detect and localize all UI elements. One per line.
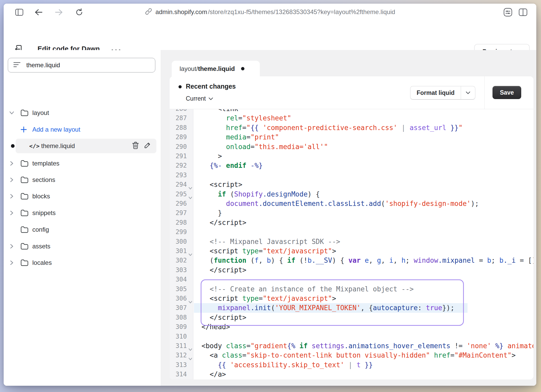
forward-icon[interactable]: [54, 8, 64, 17]
sidebar-item-add-new-layout[interactable]: Add a new layout: [7, 122, 156, 137]
code-line-292[interactable]: {%- endif -%}: [193, 161, 263, 170]
line-number: 313: [170, 360, 193, 370]
code-token: =: [250, 143, 255, 151]
browser-window: admin.shopify.com/store/rzq1xu-f5/themes…: [4, 4, 536, 386]
code-line-289[interactable]: media="print": [193, 132, 279, 142]
code-token: rel: [226, 114, 238, 122]
code-line-294[interactable]: <script>: [193, 180, 242, 189]
format-options-dropdown[interactable]: [461, 86, 475, 99]
chevron-right-icon[interactable]: [7, 260, 17, 266]
line-number-text: 301: [176, 247, 187, 255]
code-line-286[interactable]: <link: [193, 109, 238, 114]
sidebar-toggle-icon[interactable]: [15, 8, 24, 17]
save-section: Save: [484, 76, 533, 109]
code-token: 'shopify-design-mode': [385, 200, 471, 207]
code-token: .designMode: [263, 190, 308, 198]
chevron-right-icon: [9, 177, 14, 183]
code-line-305[interactable]: <!-- Create an instance of the Mixpanel …: [193, 284, 414, 294]
extensions-icon[interactable]: [503, 8, 513, 17]
code-token: <script: [193, 295, 242, 302]
sidebar-item-locales[interactable]: locales: [7, 255, 156, 270]
code-line-298[interactable]: </script>: [193, 218, 247, 228]
code-token: ) {: [332, 256, 348, 264]
line-number-text: 304: [176, 276, 187, 283]
code-token: ) {: [271, 256, 287, 264]
code-token: true: [426, 304, 442, 312]
chevron-right-icon[interactable]: [7, 243, 17, 249]
chevron-down-icon[interactable]: [7, 111, 17, 115]
code-line-291[interactable]: >: [193, 151, 222, 161]
folder-icon: [20, 243, 29, 250]
sidebar-item-snippets[interactable]: snippets: [7, 206, 156, 220]
line-number-text: 295: [176, 191, 187, 198]
code-line-287[interactable]: rel="stylesheet": [193, 113, 291, 123]
sidebar-item-config[interactable]: config: [7, 222, 156, 237]
version-dropdown[interactable]: Current: [186, 95, 213, 102]
code-token: <!-- Mixpanel Javascript SDK -->: [193, 238, 340, 246]
chevron-right-icon[interactable]: [7, 210, 17, 216]
tab-theme-liquid[interactable]: layout/theme.liquid: [172, 61, 260, 77]
code-token: var: [348, 256, 361, 264]
code-token: =: [259, 247, 263, 255]
folder-icon: [20, 176, 29, 183]
code-line-300[interactable]: <!-- Mixpanel Javascript SDK -->: [193, 237, 340, 247]
code-token: [361, 256, 365, 264]
code-line-313[interactable]: {{ 'accessibility.skip_to_text' | t }}: [193, 360, 373, 370]
chevron-right-icon[interactable]: [7, 177, 17, 183]
sidebar-item-theme-liquid[interactable]: </>theme.liquid: [16, 139, 156, 153]
file-sidebar: theme.liquid layoutAdd a new layout</>th…: [4, 50, 161, 386]
code-token: b: [499, 256, 503, 264]
code-token: .mixpanel: [438, 256, 475, 264]
code-line-302[interactable]: (function (f, b) { if (!b.__SV) { var e,…: [193, 256, 533, 265]
code-line-314[interactable]: </a>: [193, 370, 226, 379]
code-token: [193, 133, 226, 141]
reload-icon[interactable]: [75, 8, 84, 17]
back-icon[interactable]: [34, 8, 43, 17]
trash-icon[interactable]: [132, 142, 139, 150]
code-editor[interactable]: 2862872882892902912922932942952962972982…: [170, 109, 533, 379]
code-token: .animations_hover_elements: [344, 342, 450, 350]
line-number: 304: [170, 275, 193, 284]
unsaved-file-dot: [11, 144, 15, 148]
code-token: }: [193, 209, 222, 217]
code-line-295[interactable]: if (Shopify.designMode) {: [193, 189, 320, 199]
chevron-right-icon: [9, 260, 14, 266]
line-number-text: 287: [176, 114, 187, 122]
chevron-down-icon: [208, 97, 213, 100]
code-line-309[interactable]: </head>: [193, 322, 230, 332]
line-number: 292: [170, 161, 193, 170]
save-button[interactable]: Save: [493, 86, 521, 99]
sidebar-item-sections[interactable]: sections: [7, 173, 156, 187]
code-token: %}: [491, 342, 503, 350]
code-token: t: [356, 361, 361, 369]
code-line-290[interactable]: onload="this.media='all'": [193, 142, 328, 152]
code-line-312[interactable]: <a class="skip-to-content-link button vi…: [193, 351, 516, 360]
split-view-icon[interactable]: [518, 8, 528, 17]
pencil-icon[interactable]: [144, 142, 151, 150]
code-line-296[interactable]: document.documentElement.classList.add('…: [193, 199, 479, 209]
sidebar-item-layout[interactable]: layout: [7, 106, 156, 120]
code-line-303[interactable]: </script>: [193, 265, 247, 275]
sidebar-item-blocks[interactable]: blocks: [7, 189, 156, 204]
code-line-301[interactable]: <script type="text/javascript">: [193, 246, 336, 256]
code-token: (!: [295, 256, 308, 264]
sidebar-item-assets[interactable]: assets: [7, 239, 156, 254]
code-token: b: [308, 256, 312, 264]
code-token: </script>: [193, 266, 247, 274]
chevron-right-icon[interactable]: [7, 193, 17, 199]
code-line-307[interactable]: mixpanel.init('YOUR_MIXPANEL_TOKEN', {au…: [193, 303, 454, 313]
sidebar-item-templates[interactable]: templates: [7, 156, 156, 171]
code-line-288[interactable]: href="{{ 'component-predictive-search.cs…: [193, 123, 463, 133]
code-token: </head>: [193, 323, 230, 331]
chevron-right-icon[interactable]: [7, 160, 17, 167]
code-token: [308, 342, 312, 350]
code-line-311[interactable]: <body class="gradient{% if settings.anim…: [193, 341, 533, 351]
format-liquid-button[interactable]: Format liquid: [410, 86, 475, 100]
url-path: /store/rzq1xu-f5/themes/132683530345?key…: [208, 8, 395, 16]
code-line-297[interactable]: }: [193, 208, 222, 218]
code-line-306[interactable]: <script type="text/javascript">: [193, 294, 336, 303]
code-token: ": [247, 124, 251, 132]
code-line-308[interactable]: </script>: [193, 313, 247, 322]
line-number-text: 291: [176, 152, 187, 160]
file-search-input[interactable]: theme.liquid: [8, 58, 155, 72]
